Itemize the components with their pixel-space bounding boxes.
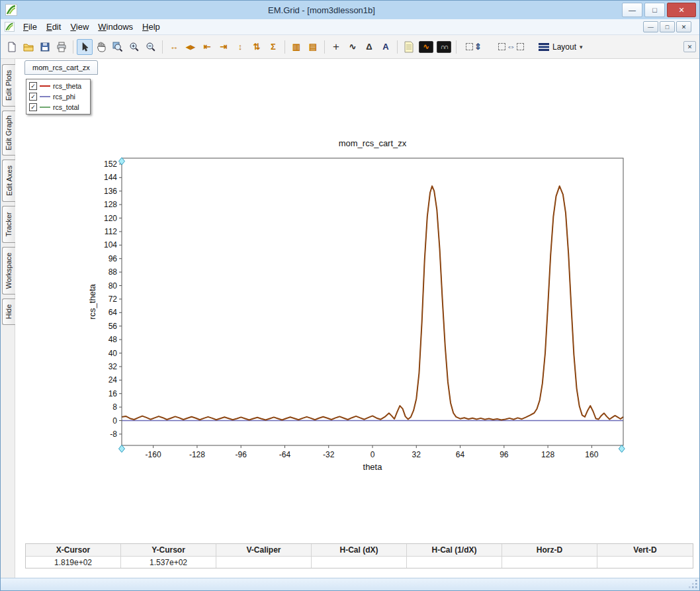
- toolbar-separator: [324, 40, 325, 54]
- side-tab-strip: Edit Plots Edit Graph Edit Axes Tracker …: [1, 59, 15, 578]
- menu-file[interactable]: File: [19, 21, 42, 33]
- legend-checkbox-rcs-phi[interactable]: ✓: [29, 93, 37, 101]
- cursor-arrow-icon: [79, 42, 90, 52]
- new-button[interactable]: [4, 39, 20, 55]
- gaussian-curves-icon: ∩∩: [441, 43, 447, 50]
- svg-text:32: 32: [412, 450, 421, 459]
- caliper-tool[interactable]: Δ: [361, 39, 377, 55]
- close-icon: ✕: [678, 6, 684, 15]
- shift-right-icon: ⇥: [220, 42, 228, 52]
- fit-width-button[interactable]: ↔: [166, 39, 182, 55]
- tracker-tool[interactable]: ∿: [345, 39, 361, 55]
- crosshair-tool[interactable]: +: [328, 39, 344, 55]
- svg-text:104: 104: [104, 240, 117, 250]
- zoom-in-tool[interactable]: [126, 39, 142, 55]
- stack-horizontal-button[interactable]: ▤: [305, 39, 321, 55]
- mdi-close-button[interactable]: ✕: [676, 21, 691, 32]
- print-button[interactable]: [54, 39, 69, 55]
- svg-text:152: 152: [104, 159, 117, 169]
- sigma-icon: Σ: [271, 42, 276, 52]
- cursor-value-cell: [597, 557, 693, 568]
- arrange-vertical-icon: ⇕: [474, 42, 482, 52]
- menu-view[interactable]: View: [66, 21, 93, 33]
- document-tab[interactable]: mom_rcs_cart_zx: [24, 60, 98, 75]
- layout-lines-icon: [539, 43, 549, 51]
- svg-text:48: 48: [109, 335, 118, 344]
- arrange-horizontal-button[interactable]: ⇔: [494, 39, 528, 55]
- fft-wave-icon: ∿: [423, 42, 429, 51]
- open-button[interactable]: [21, 39, 36, 55]
- statusbar: [1, 578, 699, 590]
- sidebar-tab-workspace[interactable]: Workspace: [2, 247, 15, 295]
- layout-dropdown[interactable]: Layout ▾: [533, 39, 589, 55]
- svg-text:144: 144: [104, 173, 117, 182]
- open-folder-icon: [22, 41, 34, 53]
- sidebar-tab-hide[interactable]: Hide: [2, 298, 15, 325]
- text-tool[interactable]: A: [378, 39, 394, 55]
- horizontal-bars-icon: ▤: [309, 42, 317, 52]
- menubar: File Edit View Windows Help — □ ✕: [1, 19, 699, 35]
- minimize-button[interactable]: —: [622, 3, 642, 17]
- cursor-header-cell: X-Cursor: [26, 544, 121, 557]
- document-logo-icon: [5, 22, 15, 32]
- chevron-down-icon: ▾: [580, 44, 583, 50]
- mdi-restore-button[interactable]: □: [660, 21, 675, 32]
- cursor-value-cell: [407, 557, 502, 568]
- menu-edit[interactable]: Edit: [42, 21, 66, 33]
- svg-text:112: 112: [105, 227, 117, 236]
- chart-svg[interactable]: -160-128-96-64-3203264961281601521441361…: [15, 132, 694, 489]
- maximize-button[interactable]: □: [644, 3, 665, 17]
- svg-text:16: 16: [109, 389, 118, 398]
- sidebar-tab-tracker[interactable]: Tracker: [2, 206, 15, 243]
- zoom-window-tool[interactable]: [110, 39, 126, 55]
- svg-text:96: 96: [500, 450, 509, 459]
- new-page-icon: [6, 41, 18, 53]
- svg-text:72: 72: [109, 295, 118, 304]
- pan-x-button[interactable]: ◀▶: [183, 39, 198, 55]
- save-button[interactable]: [37, 39, 53, 55]
- zoom-out-tool[interactable]: [143, 39, 159, 55]
- mdi-restore-icon: □: [666, 24, 669, 30]
- minimize-icon: —: [629, 6, 636, 14]
- fit-width-icon: ↔: [170, 42, 179, 52]
- svg-text:40: 40: [109, 349, 118, 358]
- cursor-header-cell: H-Cal (1/dX): [407, 544, 502, 557]
- text-a-icon: A: [382, 42, 388, 52]
- arrange-horizontal-icon: ⇔: [507, 42, 515, 52]
- pan-tool[interactable]: [93, 39, 109, 55]
- mdi-controls: — □ ✕: [643, 21, 697, 32]
- menu-help[interactable]: Help: [138, 21, 165, 33]
- fit-height-button[interactable]: ↕: [232, 39, 248, 55]
- resize-grip[interactable]: [689, 580, 698, 589]
- menu-windows[interactable]: Windows: [93, 21, 138, 33]
- legend-checkbox-rcs-total[interactable]: ✓: [29, 103, 37, 111]
- fft-button[interactable]: ∿: [419, 41, 433, 53]
- shift-left-button[interactable]: ⇤: [199, 39, 215, 55]
- toolbar-close-button[interactable]: ✕: [683, 41, 696, 52]
- plot-workspace: mom_rcs_cart_zx ✓ rcs_theta ✓ rcs_phi ✓ …: [15, 59, 699, 578]
- notes-button[interactable]: [401, 39, 417, 55]
- cursor-value-cell: [502, 557, 597, 568]
- shift-right-button[interactable]: ⇥: [216, 39, 232, 55]
- plot-frame-icon: [517, 43, 524, 50]
- svg-text:-32: -32: [323, 450, 335, 459]
- close-button[interactable]: ✕: [667, 3, 696, 17]
- gaussian-button[interactable]: ∩∩: [437, 41, 451, 53]
- sidebar-tab-edit-axes[interactable]: Edit Axes: [2, 159, 15, 202]
- mdi-minimize-button[interactable]: —: [643, 21, 658, 32]
- cursor-value-cell: 1.819e+02: [26, 557, 121, 568]
- cursor-value-cell: 1.537e+02: [121, 557, 216, 568]
- autoscale-button[interactable]: Σ: [265, 39, 281, 55]
- app-window: EM.Grid - [mom3dlesson1b] — □ ✕ File Edi…: [0, 0, 700, 591]
- svg-text:-96: -96: [236, 450, 247, 459]
- stack-vertical-button[interactable]: ▥: [288, 39, 304, 55]
- select-tool[interactable]: [77, 39, 93, 55]
- pan-y-button[interactable]: ⇅: [249, 39, 265, 55]
- legend-checkbox-rcs-theta[interactable]: ✓: [29, 82, 37, 90]
- arrange-vertical-button[interactable]: ⇕: [460, 39, 486, 55]
- sidebar-tab-edit-graph[interactable]: Edit Graph: [2, 111, 15, 156]
- legend-label: rcs_total: [53, 103, 79, 111]
- sidebar-tab-edit-plots[interactable]: Edit Plots: [2, 64, 15, 107]
- svg-text:-160: -160: [146, 450, 161, 459]
- svg-text:mom_rcs_cart_zx: mom_rcs_cart_zx: [339, 138, 407, 148]
